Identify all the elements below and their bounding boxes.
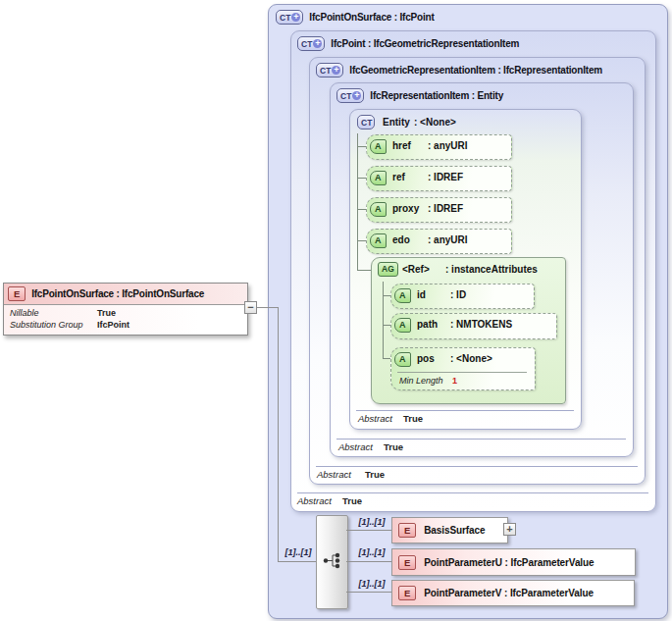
divider [397, 372, 527, 373]
connector-line [257, 307, 278, 308]
connector-line [383, 358, 390, 359]
connector-line [383, 295, 390, 296]
expand-plus-icon[interactable]: + [332, 66, 340, 75]
element-title: PointParameterU : IfcParameterValue [424, 557, 594, 568]
attribute-group-name: <Ref> [402, 264, 430, 275]
attribute-id[interactable]: A id : ID [390, 284, 535, 309]
abstract-label: Abstract [297, 495, 332, 506]
abstract-value: True [342, 495, 362, 506]
connector-line [357, 133, 358, 270]
expand-plus-icon[interactable]: + [352, 91, 361, 100]
ct-title: IfcPointOnSurface : IfcPoint [309, 12, 434, 23]
attribute-group-ref[interactable]: AG <Ref> : instanceAttributes A id : ID [371, 257, 566, 404]
attribute-path[interactable]: A path : NMTOKENS [390, 313, 557, 339]
connector-line [383, 282, 384, 358]
connector-line [346, 530, 391, 531]
abstract-value: True [384, 441, 403, 452]
property-label: Nillable [10, 308, 39, 318]
element-box-pointparameteru[interactable]: E PointParameterU : IfcParameterValue [391, 548, 636, 576]
element-title: IfcPointOnSurface : IfcPointOnSurface [31, 288, 204, 299]
complex-type-icon: CT+ [316, 63, 343, 78]
connector-line [346, 592, 391, 593]
attribute-group-type: : instanceAttributes [445, 264, 538, 275]
element-icon: E [398, 555, 416, 570]
ct-header-ifcgeometricrepresentationitem[interactable]: CT+ IfcGeometricRepresentationItem : Ifc… [316, 63, 602, 78]
element-box-ifcpointonsurface[interactable]: E IfcPointOnSurface : IfcPointOnSurface … [3, 283, 248, 336]
cardinality-label: [1]..[1] [354, 547, 389, 557]
divider [297, 492, 648, 493]
facet-value: 1 [452, 376, 457, 386]
connector-line [383, 325, 390, 326]
cardinality-label: [1]..[1] [354, 517, 389, 527]
property-value: True [97, 308, 116, 318]
abstract-label: Abstract [358, 413, 392, 424]
attribute-edo[interactable]: A edo : anyURI [366, 229, 512, 254]
divider [336, 439, 626, 440]
expand-plus-icon[interactable]: + [313, 39, 322, 48]
element-icon: E [8, 286, 26, 301]
facet-label: Min Length [399, 376, 443, 386]
connector-line [357, 209, 366, 210]
attribute-icon: A [370, 139, 387, 154]
element-box-pointparameterv[interactable]: E PointParameterV : IfcParameterValue [391, 580, 635, 606]
connector-line [357, 178, 366, 179]
element-box-basissurface[interactable]: E BasisSurface [391, 517, 508, 543]
element-title: PointParameterV : IfcParameterValue [424, 588, 594, 598]
ct-type: : <None> [414, 117, 456, 128]
element-icon: E [398, 523, 416, 538]
abstract-value: True [403, 413, 423, 424]
connector-line [357, 146, 366, 147]
divider [316, 466, 638, 467]
attribute-group-icon: AG [378, 262, 398, 277]
attribute-icon: A [394, 318, 411, 333]
element-header[interactable]: E IfcPointOnSurface : IfcPointOnSurface [4, 284, 247, 305]
attribute-pos[interactable]: A pos : <None> Min Length 1 [390, 347, 536, 390]
ct-name: Entity [383, 117, 410, 128]
attribute-icon: A [394, 352, 411, 367]
collapse-handle[interactable]: − [244, 301, 257, 314]
attribute-ref[interactable]: A ref : IDREF [366, 166, 512, 191]
connector-line [278, 307, 279, 562]
complex-type-icon: CT [357, 115, 375, 129]
attribute-proxy[interactable]: A proxy : IDREF [366, 197, 512, 223]
element-title: BasisSurface [424, 525, 485, 536]
ct-box-ifcrepresentationitem[interactable]: CT+ IfcRepresentationItem : Entity Abstr… [330, 82, 634, 457]
element-icon: E [398, 586, 416, 600]
attribute-icon: A [370, 233, 387, 248]
attribute-icon: A [370, 171, 387, 185]
attribute-icon: A [394, 288, 411, 303]
cardinality-label: [1]..[1] [354, 579, 389, 589]
expand-handle[interactable]: + [503, 523, 516, 536]
schema-diagram: CT+ IfcPointOnSurface : IfcPoint CT+ Ifc… [0, 0, 672, 621]
expand-plus-icon[interactable]: + [291, 13, 300, 22]
ct-header-ifcpointonsurface[interactable]: CT+ IfcPointOnSurface : IfcPoint [276, 10, 435, 25]
abstract-value: True [365, 469, 385, 480]
sequence-compositor[interactable] [316, 515, 348, 609]
complex-type-icon: CT+ [297, 36, 325, 51]
complex-type-icon: CT+ [276, 10, 303, 25]
ct-box-ifcpoint[interactable]: CT+ IfcPoint : IfcGeometricRepresentatio… [290, 30, 656, 512]
ct-title: IfcPoint : IfcGeometricRepresentationIte… [331, 38, 519, 49]
ct-box-ifcgeometricrepresentationitem[interactable]: CT+ IfcGeometricRepresentationItem : Ifc… [309, 57, 646, 485]
cardinality-label: [1]..[1] [281, 547, 316, 557]
sequence-icon [322, 552, 342, 569]
abstract-label: Abstract [338, 441, 373, 452]
connector-line [357, 240, 366, 241]
ct-box-entity[interactable]: CT Entity : <None> A [349, 109, 582, 430]
complex-type-icon: CT+ [336, 88, 364, 103]
property-label: Substitution Group [10, 320, 83, 330]
connector-line [278, 561, 316, 562]
divider [356, 410, 574, 411]
element-properties: Nillable True Substitution Group IfcPoin… [4, 305, 247, 335]
property-value: IfcPoint [97, 320, 129, 330]
ct-title: IfcRepresentationItem : Entity [370, 90, 503, 101]
connector-line [346, 561, 391, 562]
attribute-icon: A [370, 202, 387, 217]
ct-header-ifcrepresentationitem[interactable]: CT+ IfcRepresentationItem : Entity [336, 88, 503, 103]
ct-title: IfcGeometricRepresentationItem : IfcRepr… [349, 65, 602, 76]
ct-header-ifcpoint[interactable]: CT+ IfcPoint : IfcGeometricRepresentatio… [297, 36, 519, 51]
connector-line [357, 270, 371, 271]
abstract-label: Abstract [317, 469, 351, 480]
attribute-href[interactable]: A href : anyURI [366, 134, 512, 160]
